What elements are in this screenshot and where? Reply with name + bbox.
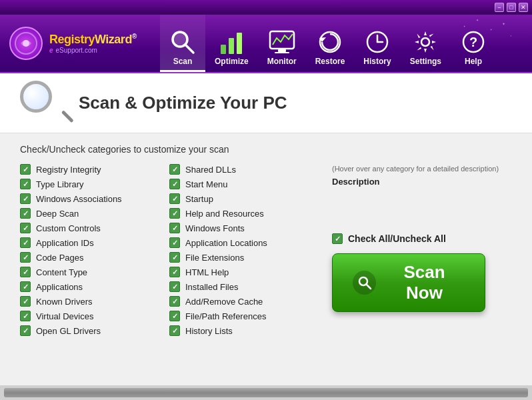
category-left-item[interactable]: Open GL Drivers xyxy=(20,325,169,336)
category-right-item[interactable]: Add/Remove Cache xyxy=(169,296,319,307)
page-title: Scan & Optimize Your PC xyxy=(79,93,287,113)
check-all-label: Check All/Uncheck All xyxy=(348,233,446,244)
nav-optimize[interactable]: Optimize xyxy=(205,15,258,72)
checkbox-left-3[interactable] xyxy=(20,208,31,219)
svg-rect-9 xyxy=(275,52,289,53)
category-right-item[interactable]: Start Menu xyxy=(169,179,319,189)
scan-button-icon xyxy=(353,271,376,295)
checkbox-right-1[interactable] xyxy=(169,179,180,189)
svg-point-1 xyxy=(23,40,29,47)
close-button[interactable]: ✕ xyxy=(519,3,528,12)
right-panel: (Hover over any category for a detailed … xyxy=(319,164,512,340)
category-right-item[interactable]: Help and Resources xyxy=(169,208,319,219)
history-icon xyxy=(364,29,391,55)
nav-settings[interactable]: Settings xyxy=(401,15,451,72)
left-column: Registry IntegrityType LibraryWindows As… xyxy=(20,164,169,340)
magnifier-handle xyxy=(61,110,74,123)
category-left-item[interactable]: Code Pages xyxy=(20,252,169,263)
category-left-item[interactable]: Known Drivers xyxy=(20,296,169,307)
category-left-item[interactable]: Virtual Devices xyxy=(20,311,169,321)
page-header: Scan & Optimize Your PC xyxy=(0,73,532,133)
category-right-item[interactable]: Application Locations xyxy=(169,237,319,248)
checkbox-right-5[interactable] xyxy=(169,237,180,248)
checkbox-right-4[interactable] xyxy=(169,223,180,233)
checkbox-left-0[interactable] xyxy=(20,164,31,175)
monitor-icon xyxy=(269,29,295,55)
category-left-item[interactable]: Content Type xyxy=(20,267,169,277)
checkbox-left-10[interactable] xyxy=(20,311,31,321)
checkbox-left-11[interactable] xyxy=(20,325,31,336)
checkbox-right-10[interactable] xyxy=(169,311,180,321)
checkbox-left-8[interactable] xyxy=(20,281,31,292)
nav-monitor[interactable]: Monitor xyxy=(258,15,306,72)
category-right-item[interactable]: Windows Fonts xyxy=(169,223,319,233)
svg-text:?: ? xyxy=(469,35,477,49)
category-right-item[interactable]: Shared DLLs xyxy=(169,164,319,175)
check-all-area[interactable]: Check All/Uncheck All xyxy=(332,233,512,244)
checkbox-right-3[interactable] xyxy=(169,208,180,219)
category-left-item[interactable]: Custom Controls xyxy=(20,223,169,233)
category-left-item[interactable]: Windows Associations xyxy=(20,193,169,204)
checkbox-left-6[interactable] xyxy=(20,252,31,263)
instructions: Check/Uncheck categories to customize yo… xyxy=(20,144,512,155)
settings-icon xyxy=(412,29,439,55)
toolbar: RegistryWizard® e eSupport.com Scan xyxy=(0,15,532,73)
right-column: Shared DLLsStart MenuStartupHelp and Res… xyxy=(169,164,319,340)
category-left-item[interactable]: Type Library xyxy=(20,179,169,189)
checkbox-left-2[interactable] xyxy=(20,193,31,204)
magnifier-circle xyxy=(20,81,52,113)
hover-info: (Hover over any category for a detailed … xyxy=(332,164,512,174)
nav-history[interactable]: History xyxy=(354,15,400,72)
check-all-checkbox[interactable] xyxy=(332,233,343,244)
content-area: Check/Uncheck categories to customize yo… xyxy=(0,133,532,347)
checkbox-right-8[interactable] xyxy=(169,281,180,292)
category-left-item[interactable]: Application IDs xyxy=(20,237,169,248)
category-left-item[interactable]: Deep Scan xyxy=(20,208,169,219)
svg-line-19 xyxy=(367,285,371,289)
nav-restore[interactable]: Restore xyxy=(306,15,355,72)
checkbox-left-7[interactable] xyxy=(20,267,31,277)
main-content: Scan & Optimize Your PC Check/Uncheck ca… xyxy=(0,73,532,400)
logo-text: RegistryWizard® e eSupport.com xyxy=(49,33,137,54)
title-bar: − □ ✕ xyxy=(0,0,532,15)
nav-help[interactable]: ? Help xyxy=(451,15,496,72)
category-right-item[interactable]: HTML Help xyxy=(169,267,319,277)
progress-bar-area xyxy=(0,385,532,400)
categories-container: Registry IntegrityType LibraryWindows As… xyxy=(20,164,512,340)
checkbox-right-9[interactable] xyxy=(169,296,180,307)
svg-line-3 xyxy=(185,45,193,53)
help-icon: ? xyxy=(460,29,487,55)
description-label: Description xyxy=(332,177,512,187)
category-right-item[interactable]: History Lists xyxy=(169,325,319,336)
category-left-item[interactable]: Applications xyxy=(20,281,169,292)
category-right-item[interactable]: Installed Files xyxy=(169,281,319,292)
svg-rect-4 xyxy=(221,45,226,54)
logo-icon xyxy=(9,27,43,60)
category-right-item[interactable]: File/Path References xyxy=(169,311,319,321)
checkbox-right-6[interactable] xyxy=(169,252,180,263)
logo-name: RegistryWizard® xyxy=(49,33,137,47)
minimize-button[interactable]: − xyxy=(495,3,504,12)
scan-now-button[interactable]: Scan Now xyxy=(332,253,485,312)
nav-scan[interactable]: Scan xyxy=(160,15,205,72)
checkbox-right-7[interactable] xyxy=(169,267,180,277)
svg-point-10 xyxy=(320,32,340,52)
maximize-button[interactable]: □ xyxy=(507,3,516,12)
svg-rect-6 xyxy=(237,33,242,54)
optimize-icon xyxy=(218,29,245,55)
category-left-item[interactable]: Registry Integrity xyxy=(20,164,169,175)
category-right-item[interactable]: File Extensions xyxy=(169,252,319,263)
checkbox-right-0[interactable] xyxy=(169,164,180,175)
checkbox-left-4[interactable] xyxy=(20,223,31,233)
nav-buttons: Scan Optimize Mon xyxy=(160,15,532,72)
category-right-item[interactable]: Startup xyxy=(169,193,319,204)
checkbox-right-11[interactable] xyxy=(169,325,180,336)
checkbox-right-2[interactable] xyxy=(169,193,180,204)
checkbox-left-1[interactable] xyxy=(20,179,31,189)
checkbox-left-9[interactable] xyxy=(20,296,31,307)
scan-button-label: Scan Now xyxy=(384,262,465,303)
logo-area: RegistryWizard® e eSupport.com xyxy=(0,15,160,72)
svg-point-15 xyxy=(421,38,429,46)
magnifier-icon xyxy=(20,81,65,126)
checkbox-left-5[interactable] xyxy=(20,237,31,248)
